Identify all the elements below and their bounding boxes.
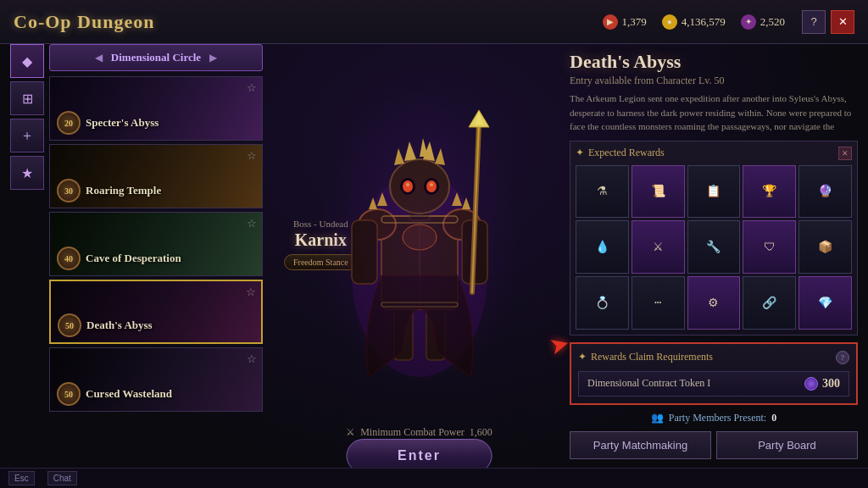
min-combat-label: Minimum Combat Power: [360, 426, 465, 439]
dungeon-item-cursed[interactable]: 50 Cursed Wasteland ☆: [49, 347, 263, 412]
dungeon-name-cave: Cave of Desperation: [86, 252, 181, 265]
reward-item: 🔗: [743, 276, 796, 330]
dungeon-level-specter: 20: [57, 111, 81, 135]
dungeon-name-specter: Specter's Abyss: [86, 116, 159, 130]
rewards-panel: ✦ Expected Rewards ✕ ⚗ 📜 📋 🏆 🔮 💧 ⚔ 🔧 🛡 📦…: [570, 141, 858, 336]
dungeon-item-roaring[interactable]: 30 Roaring Temple ☆: [49, 144, 263, 208]
reward-glyph: ⚗: [597, 184, 608, 198]
top-bar: Co-Op Dungeon ▶ 1,379 ● 4,136,579 ✦ 2,52…: [0, 0, 868, 44]
reward-item: ⚔: [632, 220, 685, 274]
claim-token-name: Dimensional Contract Token I: [587, 377, 710, 390]
reward-glyph: •••: [654, 299, 661, 307]
dungeon-name-cursed: Cursed Wasteland: [86, 387, 172, 401]
dungeon-star-roaring[interactable]: ☆: [247, 149, 257, 163]
currency-item-3: ✦ 2,520: [741, 14, 785, 30]
reward-glyph: 💍: [595, 296, 609, 310]
reward-glyph: 🔧: [706, 240, 721, 254]
dungeon-name-roaring: Roaring Temple: [86, 184, 161, 197]
dungeon-title: Death's Abyss: [570, 51, 858, 73]
currency-icon-1: ▶: [603, 14, 618, 30]
dungeon-info-cave: 40 Cave of Desperation: [57, 247, 181, 270]
dungeon-item-specter[interactable]: 20 Specter's Abyss ☆: [49, 76, 263, 141]
claim-req-help-button[interactable]: ?: [836, 351, 849, 364]
currencies-bar: ▶ 1,379 ● 4,136,579 ✦ 2,520: [603, 14, 786, 30]
dungeon-info-deaths: 50 Death's Abyss: [58, 313, 153, 337]
dungeon-subtitle: Entry available from Character Lv. 50: [570, 75, 858, 87]
dungeon-item-cave[interactable]: 40 Cave of Desperation ☆: [49, 212, 263, 276]
sword-icon: ⚔: [346, 426, 355, 439]
dungeon-star-cursed[interactable]: ☆: [247, 352, 257, 366]
boss-glow: [318, 89, 521, 394]
top-bar-buttons: ? ✕: [802, 10, 854, 34]
party-members-count: 0: [771, 412, 776, 424]
reward-item: •••: [632, 276, 685, 330]
party-members-label: Party Members Present:: [669, 412, 766, 424]
dungeon-info-roaring: 30 Roaring Temple: [57, 179, 161, 202]
currency-icon-2: ●: [662, 14, 677, 30]
boss-figure: [275, 44, 564, 439]
dungeon-star-specter[interactable]: ☆: [247, 81, 257, 95]
reward-glyph: 💧: [595, 240, 609, 254]
right-panel: Death's Abyss Entry available from Chara…: [570, 51, 858, 481]
sidebar-icon-plus[interactable]: ＋: [10, 119, 44, 152]
dungeon-info-specter: 20 Specter's Abyss: [57, 111, 159, 135]
currency-item-1: ▶ 1,379: [603, 14, 647, 30]
reward-item: 💍: [576, 276, 629, 330]
reward-glyph: 💎: [818, 296, 832, 310]
min-combat-value: 1,600: [470, 426, 492, 439]
currency-amount-2: 4,136,579: [682, 15, 726, 29]
dimensional-circle-tab[interactable]: ◀ Dimensional Circle ▶: [49, 44, 263, 71]
reward-glyph: 🏆: [762, 184, 776, 198]
reward-item: 📋: [687, 165, 741, 219]
token-amount-value: 300: [822, 377, 840, 391]
currency-item-2: ● 4,136,579: [662, 14, 726, 30]
reward-glyph: 🔮: [818, 184, 832, 198]
dungeon-name-deaths: Death's Abyss: [86, 319, 153, 332]
close-button[interactable]: ✕: [831, 10, 854, 34]
reward-item: 🛡: [743, 220, 796, 274]
sidebar-icon-star[interactable]: ★: [10, 156, 44, 190]
dungeon-star-cave[interactable]: ☆: [247, 217, 257, 230]
help-button[interactable]: ?: [802, 10, 826, 34]
claim-req-label: Rewards Claim Requirements: [591, 351, 713, 363]
party-board-button[interactable]: Party Board: [716, 431, 858, 459]
reward-item: 🔮: [798, 165, 852, 219]
sidebar-icon-diamond[interactable]: ◆: [10, 44, 44, 78]
currency-amount-1: 1,379: [622, 15, 647, 29]
party-icon: 👥: [651, 412, 664, 424]
reward-glyph: 🔗: [762, 296, 776, 310]
rewards-close-button[interactable]: ✕: [838, 147, 852, 160]
claim-req-row: Dimensional Contract Token I 300: [578, 371, 849, 396]
party-buttons: Party Matchmaking Party Board: [570, 431, 858, 459]
bottom-bar: Esc Chat: [0, 468, 868, 488]
reward-item: ⚙: [687, 276, 741, 330]
dungeon-info-cursed: 50 Cursed Wasteland: [57, 382, 172, 406]
tab-left-arrow: ◀: [95, 52, 103, 64]
reward-glyph: ⚔: [653, 240, 664, 254]
reward-item: 🏆: [743, 165, 796, 219]
boss-body: [335, 106, 504, 377]
dungeon-item-deaths[interactable]: 50 Death's Abyss ☆: [49, 280, 263, 344]
rewards-grid: ⚗ 📜 📋 🏆 🔮 💧 ⚔ 🔧 🛡 📦 💍 ••• ⚙ 🔗 💎: [576, 165, 852, 330]
center-area: Boss - Undead Karnix Freedom Stance: [267, 44, 571, 481]
reward-glyph: ⚙: [708, 296, 719, 310]
dungeon-list-container: ◀ Dimensional Circle ▶ 20 Specter's Abys…: [49, 44, 263, 481]
reward-item: 📦: [798, 220, 852, 274]
rewards-label: Expected Rewards: [588, 147, 665, 159]
party-info: 👥 Party Members Present: 0: [570, 412, 858, 424]
dungeon-star-deaths[interactable]: ☆: [246, 286, 256, 299]
reward-item: 💎: [798, 276, 852, 330]
reward-item: 💧: [576, 220, 629, 274]
min-combat: ⚔ Minimum Combat Power 1,600: [346, 426, 492, 439]
dungeon-list: 20 Specter's Abyss ☆ 30 Roaring Temple ☆…: [49, 76, 263, 481]
reward-glyph: 📜: [651, 184, 665, 198]
party-matchmaking-button[interactable]: Party Matchmaking: [570, 431, 711, 459]
chat-button[interactable]: Chat: [47, 471, 77, 485]
sidebar-icon-grid[interactable]: ⊞: [10, 81, 44, 115]
claim-req-header: ✦ Rewards Claim Requirements ?: [578, 351, 849, 364]
reward-item: 🔧: [687, 220, 741, 274]
esc-button[interactable]: Esc: [8, 471, 35, 485]
claim-req-title: ✦ Rewards Claim Requirements: [578, 351, 713, 363]
dungeon-level-cursed: 50: [57, 382, 81, 406]
token-icon: [804, 377, 818, 391]
